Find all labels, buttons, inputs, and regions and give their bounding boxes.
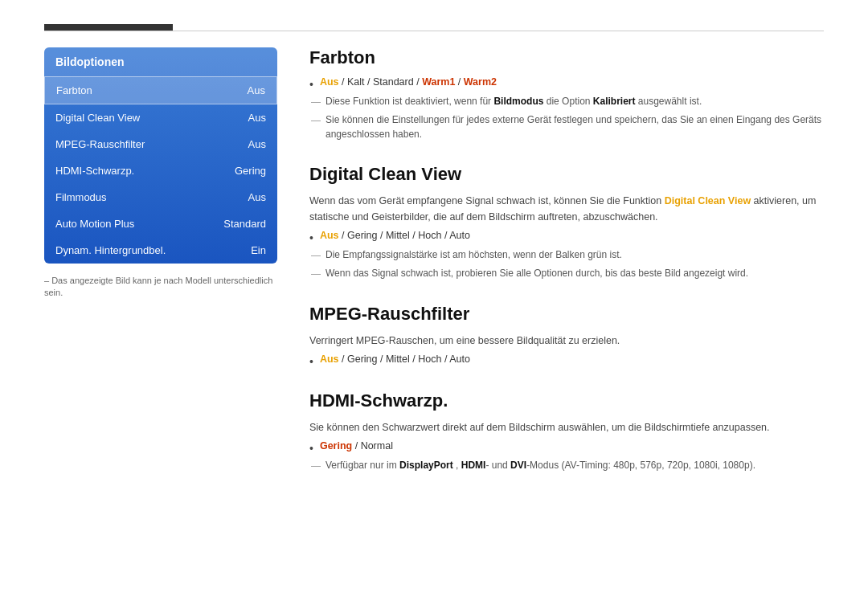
- mpeg-opt-sep1: /: [342, 353, 347, 365]
- section-farbton: Farbton • Aus / Kalt / Standard / Warm1 …: [309, 47, 824, 141]
- sidebar-value-filmmodus: Aus: [248, 191, 266, 203]
- sidebar-header: Bildoptionen: [44, 47, 277, 76]
- content-area: Farbton • Aus / Kalt / Standard / Warm1 …: [309, 47, 824, 496]
- hdmi-opt-normal: Normal: [361, 440, 393, 452]
- farbton-options-item: • Aus / Kalt / Standard / Warm1 / Warm2: [309, 76, 824, 91]
- farbton-note2-text: Sie können die Einstellungen für jedes e…: [326, 112, 824, 141]
- dcv-dash1: —: [311, 248, 321, 263]
- sidebar-item-farbton[interactable]: Farbton Aus: [44, 76, 277, 104]
- dcv-options: Aus / Gering / Mittel / Hoch / Auto: [320, 230, 470, 241]
- farbton-note1: — Diese Funktion ist deaktiviert, wenn f…: [311, 94, 824, 109]
- sidebar-label-hdmi: HDMI-Schwarzp.: [55, 165, 134, 177]
- mpeg-opt-aus: Aus: [320, 353, 339, 365]
- farbton-opt-warm1: Warm1: [422, 76, 455, 88]
- dcv-opt-mittel: Mittel: [386, 230, 410, 241]
- sidebar-label-filmmodus: Filmmodus: [55, 191, 107, 203]
- hdmi-note1-text: Verfügbar nur im DisplayPort , HDMI- und…: [326, 458, 755, 472]
- section-mpeg: MPEG-Rauschfilter Verringert MPEG-Rausch…: [309, 304, 824, 368]
- sidebar-item-dynam[interactable]: Dynam. Hintergrundbel. Ein: [44, 237, 277, 264]
- dcv-opt-aus: Aus: [320, 230, 339, 241]
- sidebar: Bildoptionen Farbton Aus Digital Clean V…: [44, 47, 277, 496]
- sidebar-label-automotion: Auto Motion Plus: [55, 218, 134, 230]
- dcv-title: Digital Clean View: [309, 164, 824, 185]
- hdmi-body: Sie können den Schwarzwert direkt auf de…: [309, 419, 824, 435]
- top-bar: [44, 24, 173, 31]
- dcv-note1: — Die Empfangssignalstärke ist am höchst…: [311, 247, 824, 263]
- mpeg-body: Verringert MPEG-Rauschen, um eine besser…: [309, 333, 824, 349]
- farbton-title: Farbton: [309, 47, 824, 68]
- farbton-dash1: —: [311, 95, 321, 109]
- sidebar-panel: Bildoptionen Farbton Aus Digital Clean V…: [44, 47, 277, 264]
- hdmi-note1: — Verfügbar nur im DisplayPort , HDMI- u…: [311, 458, 824, 473]
- dcv-note2: — Wenn das Signal schwach ist, probieren…: [311, 266, 824, 281]
- hdmi-bullet: •: [309, 442, 313, 455]
- hdmi-options-item: • Gering / Normal: [309, 440, 824, 455]
- mpeg-bullet: •: [309, 355, 313, 368]
- dcv-opt-auto: Auto: [449, 230, 470, 241]
- dcv-opt-gering: Gering: [347, 230, 378, 241]
- farbton-note1-text: Diese Funktion ist deaktiviert, wenn für…: [326, 94, 702, 108]
- dcv-options-item: • Aus / Gering / Mittel / Hoch / Auto: [309, 230, 824, 244]
- mpeg-opt-hoch: Hoch: [418, 353, 441, 365]
- dcv-bold: Digital Clean View: [665, 195, 751, 206]
- mpeg-title: MPEG-Rauschfilter: [309, 304, 824, 325]
- farbton-note2: — Sie können die Einstellungen für jedes…: [311, 112, 824, 141]
- sidebar-item-mpegrausch[interactable]: MPEG-Rauschfilter Aus: [44, 131, 277, 157]
- sidebar-value-farbton: Aus: [248, 84, 265, 96]
- farbton-opt-kalt: Kalt: [347, 76, 365, 88]
- farbton-opt-standard: Standard: [373, 76, 414, 88]
- dcv-opt-sep2: /: [380, 230, 386, 241]
- farbton-opt-warm2: Warm2: [464, 76, 497, 88]
- mpeg-opt-mittel: Mittel: [386, 353, 410, 365]
- sidebar-label-farbton: Farbton: [56, 84, 92, 96]
- mpeg-opt-gering: Gering: [347, 353, 378, 365]
- farbton-bullet: •: [309, 78, 313, 91]
- sidebar-label-dcv: Digital Clean View: [55, 112, 140, 124]
- farbton-opt-sep1: /: [342, 76, 347, 88]
- farbton-opt-sep4: /: [458, 76, 464, 88]
- sidebar-value-mpegrausch: Aus: [248, 138, 266, 150]
- mpeg-options-item: • Aus / Gering / Mittel / Hoch / Auto: [309, 353, 824, 368]
- farbton-opt-sep2: /: [367, 76, 373, 88]
- sidebar-label-dynam: Dynam. Hintergrundbel.: [55, 244, 166, 256]
- hdmi-options: Gering / Normal: [320, 440, 393, 452]
- dcv-note1-text: Die Empfangssignalstärke ist am höchsten…: [326, 247, 622, 262]
- sidebar-item-digitalcleanview[interactable]: Digital Clean View Aus: [44, 104, 277, 131]
- hdmi-dash1: —: [311, 459, 321, 473]
- sidebar-value-hdmi: Gering: [235, 165, 266, 177]
- section-hdmi: HDMI-Schwarzp. Sie können den Schwarzwer…: [309, 390, 824, 473]
- hdmi-title: HDMI-Schwarzp.: [309, 390, 824, 411]
- farbton-opt-aus: Aus: [320, 76, 339, 88]
- mpeg-options: Aus / Gering / Mittel / Hoch / Auto: [320, 353, 470, 365]
- section-dcv: Digital Clean View Wenn das vom Gerät em…: [309, 164, 824, 281]
- main-layout: Bildoptionen Farbton Aus Digital Clean V…: [0, 31, 868, 496]
- hdmi-opt-sep1: /: [355, 440, 361, 452]
- dcv-body: Wenn das vom Gerät empfangene Signal sch…: [309, 193, 824, 225]
- dcv-note2-text: Wenn das Signal schwach ist, probieren S…: [326, 266, 748, 280]
- dcv-dash2: —: [311, 267, 321, 281]
- hdmi-opt-gering: Gering: [320, 440, 352, 452]
- sidebar-value-dcv: Aus: [248, 112, 266, 124]
- sidebar-value-dynam: Ein: [251, 244, 266, 256]
- farbton-options: Aus / Kalt / Standard / Warm1 / Warm2: [320, 76, 497, 88]
- dcv-opt-sep1: /: [342, 230, 347, 241]
- mpeg-opt-sep2: /: [380, 353, 386, 365]
- sidebar-label-mpegrausch: MPEG-Rauschfilter: [55, 138, 145, 150]
- sidebar-item-hdmi[interactable]: HDMI-Schwarzp. Gering: [44, 157, 277, 184]
- dcv-opt-hoch: Hoch: [418, 230, 441, 241]
- mpeg-opt-auto: Auto: [449, 353, 470, 365]
- dcv-bullet: •: [309, 231, 313, 244]
- sidebar-item-automotionplus[interactable]: Auto Motion Plus Standard: [44, 210, 277, 237]
- sidebar-item-filmmodus[interactable]: Filmmodus Aus: [44, 184, 277, 210]
- sidebar-note: – Das angezeigte Bild kann je nach Model…: [44, 275, 277, 300]
- farbton-dash2: —: [311, 113, 321, 128]
- sidebar-value-automotion: Standard: [223, 218, 266, 230]
